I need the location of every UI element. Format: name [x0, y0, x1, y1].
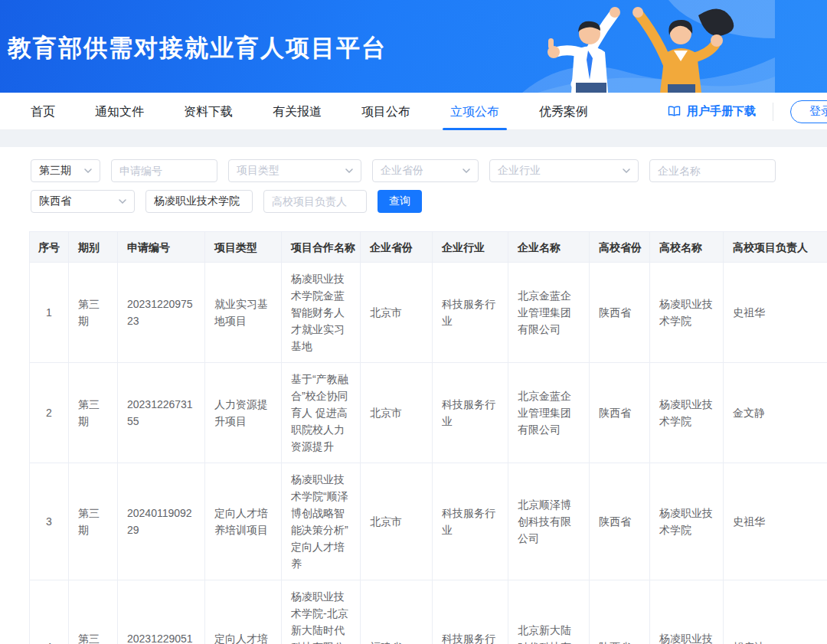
- table-cell: 史祖华: [724, 463, 827, 580]
- school-province-value: 陕西省: [39, 195, 71, 208]
- table-cell: 3: [30, 463, 69, 580]
- chevron-down-icon: [345, 168, 353, 173]
- table-cell: 科技服务行业: [433, 363, 508, 463]
- school-leader-input[interactable]: [263, 190, 367, 213]
- company-industry-placeholder: 企业行业: [498, 164, 541, 178]
- table-cell: 陕西省: [590, 363, 650, 463]
- table-cell: 北京市: [361, 463, 433, 580]
- table-cell: 2023122097523: [118, 263, 205, 363]
- page-title: 教育部供需对接就业育人项目平台: [8, 32, 387, 64]
- table-body: 1第三期2023122097523就业实习基地项目杨凌职业技术学院金蓝智能财务人…: [30, 263, 827, 644]
- table-cell: 陕西省: [590, 580, 650, 644]
- table-cell: 科技服务行业: [433, 263, 508, 363]
- nav-item[interactable]: 通知文件: [95, 93, 144, 130]
- banner-illustration: [522, 0, 775, 93]
- table-cell: 陕西省: [590, 463, 650, 580]
- table-cell: 陕西省: [590, 263, 650, 363]
- user-manual-download-link[interactable]: 用户手册下载: [668, 104, 756, 119]
- chevron-down-icon: [119, 199, 126, 204]
- nav-divider: [773, 103, 773, 121]
- table-cell: 2023122905190: [118, 580, 205, 644]
- column-header: 企业名称: [508, 232, 590, 263]
- table-cell: 北京金蓝企业管理集团有限公司: [508, 263, 590, 363]
- period-select[interactable]: 第三期: [31, 159, 100, 182]
- nav-item-label: 优秀案例: [539, 105, 588, 118]
- login-button[interactable]: 登录: [790, 100, 827, 123]
- nav-item[interactable]: 有关报道: [273, 93, 322, 130]
- banner: 教育部供需对接就业育人项目平台: [0, 0, 827, 93]
- search-button[interactable]: 查询: [378, 190, 422, 213]
- table-cell: 杨凌职业技术学院金蓝智能财务人才就业实习基地: [282, 263, 361, 363]
- nav-item[interactable]: 优秀案例: [539, 93, 588, 130]
- column-header: 企业省份: [361, 232, 433, 263]
- project-type-placeholder: 项目类型: [237, 164, 279, 178]
- company-province-placeholder: 企业省份: [381, 164, 423, 178]
- table-cell: 杨凌职业技术学院: [650, 580, 724, 644]
- main-nav: 首页 通知文件 资料下载 有关报道 项目公布 立项公布 优秀案例 用户手册下载 …: [0, 93, 827, 130]
- table-cell: 2024011909229: [118, 463, 205, 580]
- column-header: 企业行业: [433, 232, 508, 263]
- company-province-select[interactable]: 企业省份: [372, 159, 479, 182]
- column-header: 申请编号: [118, 232, 205, 263]
- table-cell: 福建省: [361, 580, 433, 644]
- nav-item-label: 通知文件: [95, 105, 144, 118]
- table-row: 3第三期2024011909229定向人才培养培训项目杨凌职业技术学院“顺泽博创…: [30, 463, 827, 580]
- table-cell: 2023122673155: [118, 363, 205, 463]
- table-row: 4第三期2023122905190定向人才培养培训项目杨凌职业技术学院-北京新大…: [30, 580, 827, 644]
- table-cell: 史祖华: [724, 263, 827, 363]
- project-type-select[interactable]: 项目类型: [228, 159, 361, 182]
- column-header: 期别: [69, 232, 118, 263]
- nav-tabs: 首页 通知文件 资料下载 有关报道 项目公布 立项公布 优秀案例: [31, 93, 588, 130]
- table-cell: 科技服务行业: [433, 463, 508, 580]
- table-cell: 基于“产教融合”校企协同育人 促进高职院校人力资源提升: [282, 363, 361, 463]
- book-icon: [668, 106, 681, 117]
- filter-row-1: 第三期 项目类型 企业省份 企业行业: [31, 159, 827, 182]
- table-cell: 杨凌职业技术学院: [650, 263, 724, 363]
- nav-item-label: 有关报道: [273, 105, 322, 118]
- content-separator: [0, 130, 827, 147]
- nav-item[interactable]: 立项公布: [450, 93, 499, 130]
- chevron-down-icon: [84, 168, 92, 173]
- table-cell: 金文静: [724, 363, 827, 463]
- school-province-select[interactable]: 陕西省: [31, 190, 135, 213]
- application-no-input[interactable]: [111, 159, 217, 182]
- nav-item[interactable]: 首页: [31, 93, 55, 130]
- school-name-input[interactable]: [145, 190, 253, 213]
- column-header: 序号: [30, 232, 69, 263]
- column-header: 高校名称: [650, 232, 724, 263]
- nav-item[interactable]: 项目公布: [361, 93, 410, 130]
- table-cell: 北京顺泽博创科技有限公司: [508, 463, 590, 580]
- table-cell: 北京市: [361, 363, 433, 463]
- company-name-input[interactable]: [649, 159, 776, 182]
- table-cell: 杨凌职业技术学院: [650, 463, 724, 580]
- company-industry-select[interactable]: 企业行业: [489, 159, 639, 182]
- table-cell: 科技服务行业: [433, 580, 508, 644]
- table-cell: 第三期: [69, 580, 118, 644]
- table-cell: 人力资源提升项目: [205, 363, 282, 463]
- table-cell: 就业实习基地项目: [205, 263, 282, 363]
- table-cell: 杨凌职业技术学院: [650, 363, 724, 463]
- table-cell: 北京市: [361, 263, 433, 363]
- table-cell: 2: [30, 363, 69, 463]
- user-manual-label: 用户手册下载: [687, 104, 756, 119]
- column-header: 项目类型: [205, 232, 282, 263]
- table-row: 2第三期2023122673155人力资源提升项目基于“产教融合”校企协同育人 …: [30, 363, 827, 463]
- filter-row-2: 陕西省 查询: [31, 190, 827, 213]
- table-cell: 第三期: [69, 363, 118, 463]
- chevron-down-icon: [623, 168, 630, 173]
- table-cell: 定向人才培养培训项目: [205, 463, 282, 580]
- table-cell: 第三期: [69, 263, 118, 363]
- results-table-wrap: 序号期别申请编号项目类型项目合作名称企业省份企业行业企业名称高校省份高校名称高校…: [29, 231, 827, 644]
- period-select-value: 第三期: [39, 164, 71, 178]
- filter-panel: 第三期 项目类型 企业省份 企业行业 陕西省 查询: [0, 147, 827, 213]
- table-cell: 1: [30, 263, 69, 363]
- table-cell: 杨凌职业技术学院-北京新大陆时代科技有限公司物联网及人工智能方向人才培养: [282, 580, 361, 644]
- table-cell: 北京新大陆时代科技有限公司: [508, 580, 590, 644]
- nav-item[interactable]: 资料下载: [184, 93, 233, 130]
- table-cell: 胡启迪: [724, 580, 827, 644]
- column-header: 项目合作名称: [282, 232, 361, 263]
- chevron-down-icon: [463, 168, 470, 173]
- table-cell: 北京金蓝企业管理集团有限公司: [508, 363, 590, 463]
- results-table: 序号期别申请编号项目类型项目合作名称企业省份企业行业企业名称高校省份高校名称高校…: [29, 231, 827, 644]
- nav-item-label: 资料下载: [184, 105, 233, 118]
